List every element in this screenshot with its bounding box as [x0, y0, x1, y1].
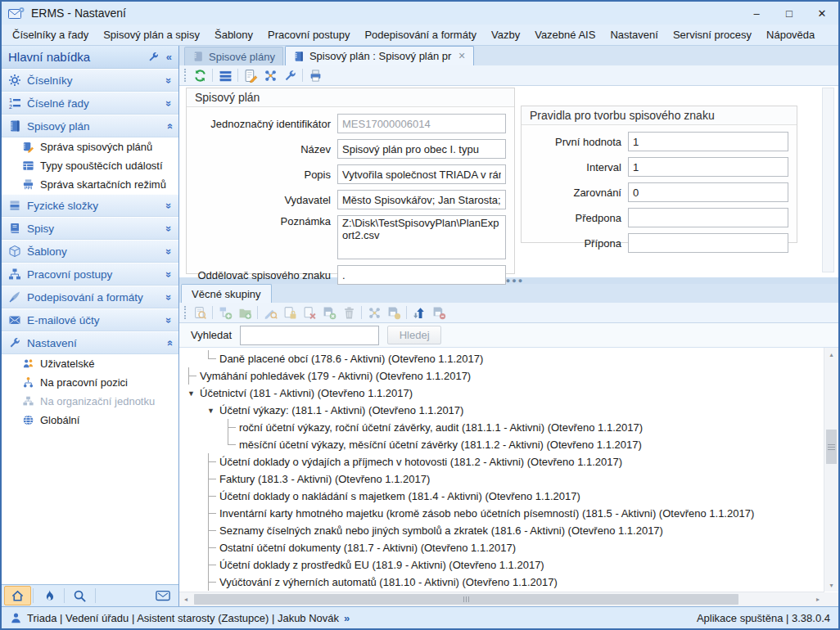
search-button[interactable]: [66, 586, 93, 605]
vertical-scrollbar[interactable]: ▴ ▾: [824, 348, 838, 592]
tree-row[interactable]: měsíční účetní výkazy, měsíční účetní zá…: [179, 436, 838, 453]
deactivate-icon[interactable]: [322, 305, 336, 320]
horizontal-scrollbar[interactable]: ◂ ▸: [179, 592, 824, 606]
settings-wrench-icon[interactable]: [282, 68, 297, 83]
tree-row[interactable]: Ostatní účetní dokumenty (181.7 - Aktivn…: [179, 539, 838, 556]
search-submit-button[interactable]: Hledej: [387, 326, 441, 344]
note-field[interactable]: Z:\Disk\TestSpisovyPlan\PlanExport2.csv: [337, 215, 506, 259]
delete-trash-icon[interactable]: [341, 305, 356, 320]
tree-row[interactable]: ▼Účetní výkazy: (181.1 - Aktivni) (Otevř…: [179, 402, 838, 419]
alignment-field[interactable]: [628, 182, 788, 202]
envelope-icon: [8, 313, 21, 326]
close-button[interactable]: ✕: [806, 2, 838, 25]
relations-icon[interactable]: [263, 68, 278, 83]
sidebar-group-emailove-ucty[interactable]: E-mailové účty »: [2, 308, 178, 331]
collapse-panel-icon[interactable]: «: [166, 51, 172, 63]
tools-wrench-icon[interactable]: [147, 51, 160, 63]
name-field[interactable]: [337, 139, 506, 159]
identifier-field[interactable]: [337, 114, 506, 133]
save-export-icon[interactable]: [386, 305, 401, 320]
menu-vazebne-ais[interactable]: Vazebné AIS: [527, 25, 603, 45]
sidebar-group-nastaveni[interactable]: Nastavení »: [2, 331, 178, 354]
relations-icon[interactable]: [367, 305, 382, 320]
expander-icon[interactable]: ▼: [207, 407, 219, 415]
tree-row[interactable]: Inventární karty hmotného majetku (kromě…: [179, 505, 838, 522]
sidebar-item-globalni[interactable]: Globální: [2, 411, 178, 430]
tree-row-label: Vyúčtování z výherních automatů (181.10 …: [219, 576, 558, 588]
suffix-field[interactable]: [628, 233, 788, 253]
tree-row[interactable]: Účetní doklady z prostředků EU (181.9 - …: [179, 556, 838, 574]
tab-close-icon[interactable]: ✕: [458, 51, 465, 61]
scrollbar-thumb[interactable]: [194, 594, 738, 605]
edit-search-icon[interactable]: [263, 305, 278, 320]
description-field[interactable]: [337, 164, 506, 184]
print-icon[interactable]: [308, 68, 323, 83]
interval-field[interactable]: [628, 157, 788, 177]
sidebar-group-ciselne-rady[interactable]: 12 Číselné řady »: [2, 92, 178, 115]
add-child-group-icon[interactable]: [218, 305, 233, 320]
lock-document-icon[interactable]: [282, 305, 297, 320]
menu-sablony[interactable]: Šablony: [207, 25, 260, 45]
sidebar-group-spisovy-plan[interactable]: Spisový plán »: [2, 115, 178, 137]
preview-icon[interactable]: [192, 305, 207, 320]
messages-button[interactable]: [149, 586, 176, 605]
home-button[interactable]: [4, 586, 31, 605]
menu-podepisovani-a-formaty[interactable]: Podepisování a formáty: [357, 25, 484, 45]
scroll-left-icon[interactable]: ◂: [179, 596, 192, 603]
edit-document-icon[interactable]: [243, 68, 258, 83]
menu-pracovni-postupy[interactable]: Pracovní postupy: [260, 25, 357, 45]
remove-document-icon[interactable]: [302, 305, 317, 320]
scroll-down-icon[interactable]: ▾: [824, 578, 838, 592]
tree-row[interactable]: Seznamy číselných znaků nebo jiných symb…: [179, 522, 838, 539]
first-value-field[interactable]: [628, 132, 788, 151]
form-scrollbar[interactable]: [822, 88, 834, 272]
tab-spisovy-plan-detail[interactable]: Spisový plán : Spisový plán pr ✕: [285, 46, 474, 65]
scrollbar-thumb-grip[interactable]: [826, 430, 837, 464]
sidebar-item-sprava-skartacnich-rezimu[interactable]: Správa skartačních režimů: [2, 175, 178, 194]
prefix-field[interactable]: [628, 208, 788, 227]
refresh-icon[interactable]: [192, 68, 207, 83]
menu-spisovy-plan-a-spisy[interactable]: Spisový plán a spisy: [96, 25, 207, 45]
menu-vazby[interactable]: Vazby: [484, 25, 527, 45]
save-remove-icon[interactable]: [431, 305, 446, 320]
expander-icon[interactable]: ▼: [187, 389, 200, 398]
menu-napoveda[interactable]: Nápověda: [759, 25, 822, 45]
tab-vecne-skupiny[interactable]: Věcné skupiny: [181, 284, 272, 303]
scroll-right-icon[interactable]: ▸: [811, 596, 824, 603]
sidebar-item-typy-spoustecich-udalosti[interactable]: Typy spouštěcích událostí: [2, 156, 178, 175]
menu-servisni-procesy[interactable]: Servisní procesy: [666, 25, 759, 45]
sidebar-group-pracovni-postupy[interactable]: Pracovní postupy »: [2, 263, 178, 286]
list-icon[interactable]: [218, 68, 233, 83]
sidebar-item-na-pracovni-pozici[interactable]: Na pracovní pozici: [2, 373, 178, 392]
sidebar-item-uzivatelske[interactable]: Uživatelské: [2, 354, 178, 373]
tree-row[interactable]: Účetní doklady o výdajích a příjmech v h…: [179, 453, 838, 470]
sidebar-group-ciselniky[interactable]: Číselníky »: [2, 69, 178, 92]
sidebar-group-sablony[interactable]: Šablony »: [2, 240, 178, 263]
separator-field[interactable]: [337, 265, 506, 285]
tree-row[interactable]: roční účetní výkazy, roční účetní závěrk…: [179, 419, 838, 436]
publisher-field[interactable]: [337, 190, 506, 209]
tree-row[interactable]: Účetní doklady o nakládání s majetkem (1…: [179, 488, 838, 505]
tree-row[interactable]: Vyúčtování z výherních automatů (181.10 …: [179, 574, 838, 591]
search-input[interactable]: [240, 326, 379, 345]
tab-spisove-plany[interactable]: Spisové plány: [184, 47, 283, 65]
sidebar-group-fyzicke-slozky[interactable]: Fyzické složky »: [2, 194, 178, 217]
tree-row[interactable]: Faktury (181.3 - Aktivni) (Otevřeno 1.1.…: [179, 470, 838, 488]
menu-nastaveni[interactable]: Nastavení: [603, 25, 666, 45]
flame-button[interactable]: [35, 586, 62, 605]
sidebar-group-podepisovani-a-formaty[interactable]: Podepisování a formáty »: [2, 286, 178, 308]
tree-row[interactable]: Daně placené obcí (178.6 - Aktivni) (Ote…: [179, 350, 838, 367]
move-up-icon[interactable]: [412, 305, 427, 320]
menu-ciselniky-a-rady[interactable]: Číselníky a řady: [5, 25, 96, 45]
scrollbar-track[interactable]: [192, 592, 811, 606]
add-group-icon[interactable]: [237, 305, 252, 320]
tree-row[interactable]: Vymáhání pohledávek (179 - Aktivni) (Ote…: [179, 367, 838, 385]
minimize-button[interactable]: –: [740, 2, 773, 25]
sidebar-item-sprava-spisovych-planu[interactable]: Správa spisových plánů: [2, 137, 178, 156]
toolbar-grip: [184, 306, 187, 319]
tree-row[interactable]: ▼Účetnictví (181 - Aktivni) (Otevřeno 1.…: [179, 385, 838, 402]
scroll-up-icon[interactable]: ▴: [824, 348, 838, 361]
sidebar-group-spisy[interactable]: Spisy »: [2, 217, 178, 240]
user-switch-chevron[interactable]: »: [344, 612, 350, 624]
maximize-button[interactable]: □: [773, 2, 806, 25]
